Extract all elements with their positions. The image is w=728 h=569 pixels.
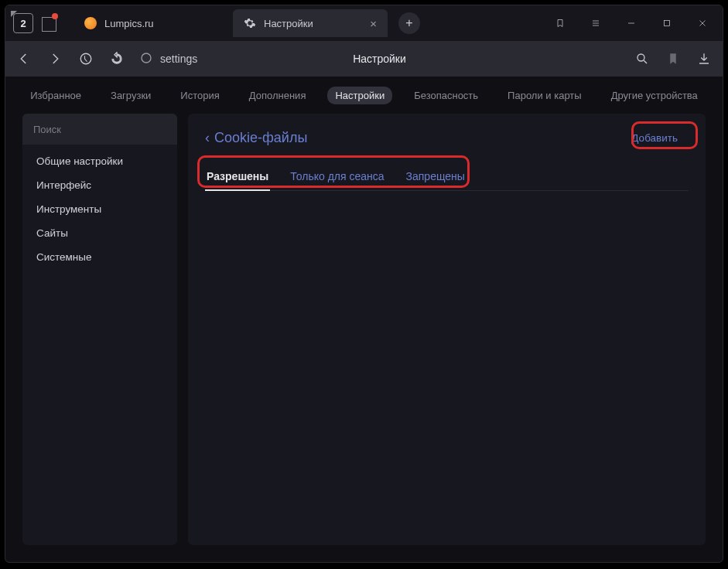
breadcrumb-back[interactable]: ‹ Cookie-файлы: [205, 130, 307, 146]
bookmark-icon[interactable]: [545, 12, 576, 35]
subtab-allowed[interactable]: Разрешены: [205, 165, 270, 190]
sidebar-item-tools[interactable]: Инструменты: [36, 203, 163, 215]
topnav-devices[interactable]: Другие устройства: [603, 87, 706, 104]
search-placeholder: Поиск: [33, 124, 61, 135]
svg-point-1: [80, 53, 91, 64]
page-title: Cookie-файлы: [214, 130, 307, 146]
maximize-button[interactable]: [651, 12, 682, 35]
tab-title: Настройки: [264, 18, 313, 29]
browser-window: 2 Lumpics.ru Настройки × +: [5, 5, 723, 563]
topnav-downloads[interactable]: Загрузки: [103, 87, 159, 104]
close-button[interactable]: [687, 12, 718, 35]
gear-icon: [244, 17, 256, 29]
tab-settings[interactable]: Настройки ×: [233, 9, 388, 37]
titlebar: 2 Lumpics.ru Настройки × +: [5, 5, 723, 41]
tab-lumpics[interactable]: Lumpics.ru: [73, 9, 228, 37]
search-icon[interactable]: [634, 51, 650, 66]
settings-topnav: Избранное Загрузки История Дополнения На…: [5, 77, 723, 114]
topnav-addons[interactable]: Дополнения: [241, 87, 314, 104]
favicon-lumpics-icon: [84, 17, 97, 29]
sidebar-search[interactable]: Поиск: [22, 114, 177, 145]
back-button[interactable]: [16, 51, 32, 66]
page-label: Настройки: [353, 53, 406, 65]
svg-point-3: [637, 54, 644, 61]
tab-counter[interactable]: 2: [13, 13, 33, 33]
new-tab-button[interactable]: +: [398, 12, 420, 34]
svg-rect-0: [665, 21, 670, 26]
content-area: Поиск Общие настройки Интерфейс Инструме…: [5, 114, 723, 562]
chevron-left-icon: ‹: [205, 130, 210, 146]
sidebar-item-sites[interactable]: Сайты: [36, 227, 163, 239]
close-icon[interactable]: ×: [370, 17, 377, 30]
site-info-icon[interactable]: [140, 52, 152, 66]
settings-main: ‹ Cookie-файлы Добавить Разрешены Только…: [188, 114, 706, 545]
yandex-logo-icon[interactable]: [78, 51, 94, 66]
topnav-passwords[interactable]: Пароли и карты: [500, 87, 590, 104]
topnav-security[interactable]: Безопасность: [406, 87, 486, 104]
tab-title: Lumpics.ru: [104, 18, 154, 29]
minimize-button[interactable]: [616, 12, 647, 35]
address-text: settings: [160, 53, 197, 65]
tab-overview-icon[interactable]: [39, 15, 56, 32]
menu-icon[interactable]: [580, 12, 611, 35]
add-button[interactable]: Добавить: [620, 128, 689, 148]
cookie-subtabs: Разрешены Только для сеанса Запрещены: [205, 165, 689, 191]
sidebar-item-interface[interactable]: Интерфейс: [36, 179, 163, 191]
reload-button[interactable]: [109, 51, 125, 66]
bookmark-page-icon[interactable]: [665, 51, 681, 66]
sidebar-item-system[interactable]: Системные: [36, 251, 163, 263]
subtab-blocked[interactable]: Запрещены: [405, 165, 467, 190]
topnav-settings[interactable]: Настройки: [327, 87, 392, 104]
topnav-favorites[interactable]: Избранное: [22, 87, 89, 104]
sidebar-item-general[interactable]: Общие настройки: [36, 155, 163, 167]
address-field[interactable]: settings Настройки: [140, 52, 619, 66]
topnav-history[interactable]: История: [173, 87, 227, 104]
address-bar: settings Настройки: [5, 41, 723, 77]
settings-sidebar: Поиск Общие настройки Интерфейс Инструме…: [22, 114, 177, 545]
downloads-icon[interactable]: [696, 51, 712, 66]
subtab-session[interactable]: Только для сеанса: [289, 165, 385, 190]
svg-point-2: [142, 53, 151, 63]
forward-button[interactable]: [47, 51, 63, 66]
